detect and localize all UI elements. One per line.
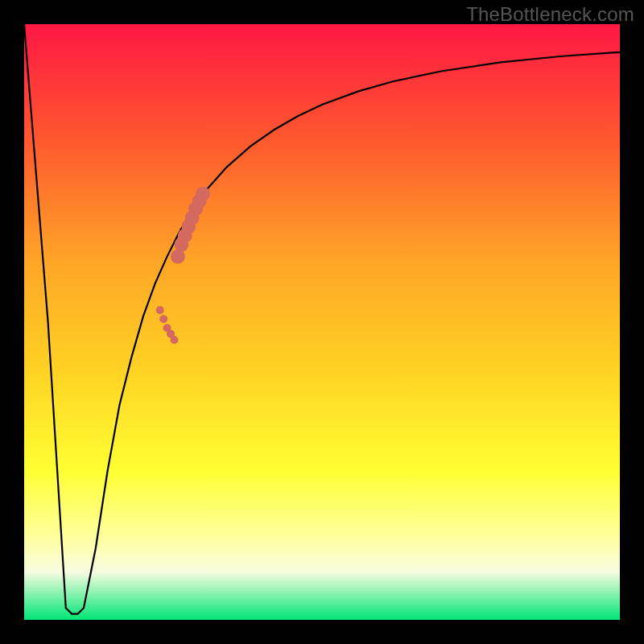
highlight-marker [159,315,167,323]
highlight-marker [171,336,179,344]
bottleneck-chart [0,0,644,644]
chart-root: TheBottleneck.com [0,0,644,644]
highlight-marker [196,187,210,201]
plot-background [24,24,620,620]
watermark-text: TheBottleneck.com [466,3,634,26]
highlight-marker [156,306,164,314]
